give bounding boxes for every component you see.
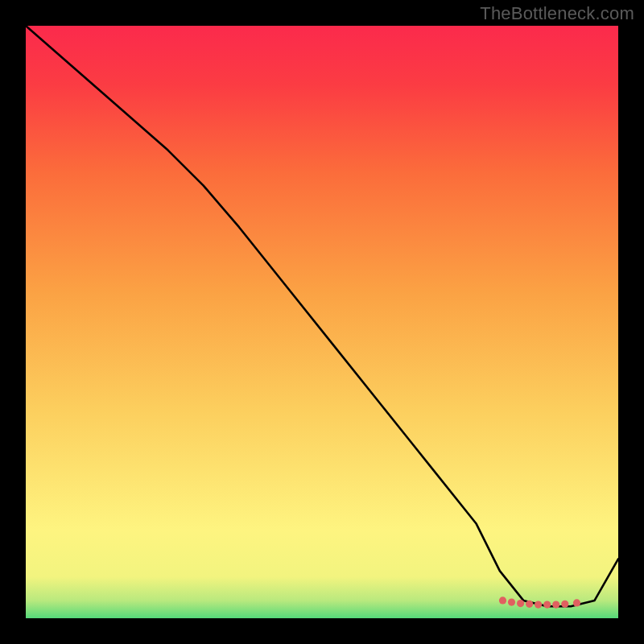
chart-frame: TheBottleneck.com [0, 0, 644, 644]
plot-area [26, 26, 618, 618]
marker-dot [552, 601, 559, 609]
marker-dot [517, 600, 524, 607]
chart-svg [26, 26, 618, 618]
marker-dot [499, 597, 506, 604]
marker-dot [526, 601, 533, 608]
marker-dot [561, 601, 568, 608]
gradient-background [26, 26, 618, 618]
marker-dot [508, 599, 515, 606]
marker-dot [543, 601, 551, 609]
marker-dot [535, 601, 542, 609]
watermark-text: TheBottleneck.com [480, 3, 634, 24]
marker-dot [573, 599, 580, 606]
